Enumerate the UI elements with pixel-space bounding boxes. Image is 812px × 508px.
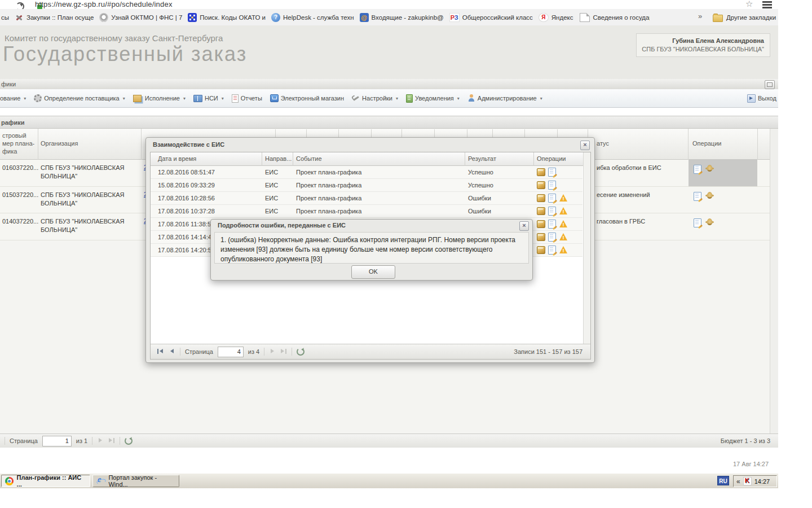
other-bookmarks-button[interactable]: Другие закладки (713, 9, 776, 25)
user-name: Губина Елена Александровна (637, 37, 764, 45)
warning-icon[interactable] (559, 233, 568, 241)
cell-organization: СПБ ГБУЗ "НИКОЛАЕВСКАЯ БОЛЬНИЦА" (41, 191, 138, 208)
menu-item-nsi[interactable]: НСИ▾ (193, 95, 224, 102)
menu-item-supplier-determination[interactable]: Определение поставщика▾ (34, 94, 125, 102)
emblem-icon[interactable] (705, 192, 714, 200)
column-organization[interactable]: Организация (41, 139, 78, 147)
emblem-icon[interactable] (705, 218, 714, 226)
page-label: Страница (10, 437, 38, 444)
close-icon[interactable] (519, 221, 529, 231)
package-icon[interactable] (537, 246, 545, 254)
warning-icon[interactable] (559, 194, 568, 202)
package-icon[interactable] (537, 220, 545, 228)
url-input[interactable]: https://new.gz-spb.ru/#po/schedule/index (35, 0, 173, 8)
cell-event: Проект плана-графика (296, 182, 361, 189)
bookmark-item[interactable]: Поиск. Коды ОКАТО и (188, 13, 266, 22)
prev-page-icon[interactable] (169, 349, 175, 354)
bookmark-star-icon[interactable]: ☆ (745, 0, 753, 9)
menu-item-eshop[interactable]: Электронный магазин (270, 94, 344, 102)
last-page-icon[interactable] (280, 349, 287, 354)
warning-icon[interactable] (559, 246, 568, 254)
next-page-icon[interactable] (97, 438, 104, 444)
column-direction[interactable]: Направ... (265, 155, 292, 162)
browser-menu-icon[interactable] (762, 1, 772, 10)
language-indicator[interactable]: RU (717, 476, 729, 485)
next-page-icon[interactable] (269, 349, 276, 354)
bookmark-item[interactable]: Сведения о государст (579, 13, 650, 22)
exit-button[interactable]: Выход (747, 89, 776, 107)
cell-direction: ЕИС (265, 195, 278, 202)
cell-event: Проект плана-графика (296, 169, 361, 176)
package-icon[interactable] (537, 233, 545, 241)
doc-edit-icon[interactable] (694, 165, 701, 174)
ok-button[interactable]: OK (351, 265, 395, 279)
package-icon[interactable] (537, 194, 545, 202)
warning-icon[interactable] (559, 207, 568, 215)
page-input[interactable] (218, 347, 244, 357)
package-icon[interactable] (537, 207, 545, 215)
bookmark-item[interactable]: Узнай ОКТМО | ФНС | 7 (99, 13, 182, 22)
doc-edit-icon[interactable] (694, 218, 701, 227)
kaspersky-icon[interactable] (743, 477, 752, 485)
package-icon[interactable] (537, 181, 545, 189)
column-operations[interactable]: Операции (537, 155, 566, 162)
grid-icon (188, 13, 197, 22)
bookmark-partial[interactable]: сы (1, 14, 9, 21)
warning-icon[interactable] (559, 220, 568, 228)
menu-item-planning[interactable]: ование▾ (0, 95, 26, 102)
doc-edit-icon[interactable] (548, 194, 556, 203)
bookmark-item[interactable]: Общероссийский класс (449, 13, 533, 22)
bookmark-item[interactable]: HelpDesk - служба техн (271, 13, 354, 22)
first-page-icon[interactable] (157, 349, 164, 354)
column-status[interactable]: атус (597, 139, 609, 147)
taskbar-button-chrome[interactable]: План-графики :: АИС ... (1, 475, 90, 487)
grid-scrollbar[interactable] (770, 129, 778, 433)
modal-scrollbar[interactable] (583, 152, 590, 345)
last-page-icon[interactable] (108, 438, 115, 444)
yandex-icon (539, 13, 549, 22)
tray-chevron-icon[interactable]: « (736, 478, 740, 485)
doc-edit-icon[interactable] (548, 207, 556, 216)
collapse-panel-button[interactable] (765, 80, 775, 89)
eis-row[interactable]: 15.08.2016 09:33:29 ЕИС Проект плана-гра… (151, 179, 582, 192)
menu-item-execution[interactable]: Исполнение▾ (133, 95, 186, 102)
column-regnum[interactable]: стровый мер плана- фика (2, 132, 34, 155)
refresh-icon[interactable] (125, 437, 133, 445)
cell-datetime: 17.08.2016 10:28:56 (158, 195, 215, 202)
emblem-icon[interactable] (705, 165, 714, 173)
doc-edit-icon[interactable] (694, 192, 701, 201)
taskbar-button-ie[interactable]: Портал закупок - Wind... (92, 475, 179, 487)
doc-edit-icon[interactable] (548, 181, 556, 190)
bookmark-item[interactable]: Входящие - zakupkinb@ (360, 13, 444, 22)
eis-row[interactable]: 12.08.2016 08:51:47 ЕИС Проект плана-гра… (151, 166, 582, 179)
page-input[interactable] (42, 436, 72, 446)
menu-item-settings[interactable]: Настройки▾ (352, 94, 398, 102)
bookmark-item[interactable]: Яндекс (539, 13, 573, 22)
top-panel-bar: фики (0, 79, 778, 90)
eis-row[interactable]: 17.08.2016 10:28:56 ЕИС Проект плана-гра… (151, 192, 582, 205)
doc-edit-icon[interactable] (548, 168, 556, 177)
cell-datetime: 17.08.2016 14:14:4 (158, 234, 211, 240)
package-icon[interactable] (537, 168, 545, 176)
bookmarks-overflow-icon[interactable]: » (698, 12, 702, 20)
wrench-icon (352, 94, 360, 102)
column-event[interactable]: Событие (296, 155, 322, 162)
menu-item-reports[interactable]: Отчеты (232, 94, 262, 103)
eis-row[interactable]: 17.08.2016 10:37:28 ЕИС Проект плана-гра… (151, 205, 582, 218)
menu-item-administration[interactable]: Администрирование▾ (467, 94, 542, 102)
doc-edit-icon[interactable] (548, 246, 556, 255)
bookmark-item[interactable]: Закупки :: План осуще (15, 13, 94, 22)
clock[interactable]: 14:27 (754, 478, 770, 485)
cell-operations (694, 218, 714, 227)
doc-edit-icon[interactable] (548, 233, 556, 242)
refresh-icon[interactable] (297, 348, 304, 356)
doc-edit-icon[interactable] (548, 220, 556, 229)
column-operations[interactable]: Операции (692, 139, 721, 147)
column-datetime[interactable]: Дата и время (158, 155, 196, 162)
menu-item-notifications[interactable]: Уведомления▾ (406, 94, 460, 103)
close-icon[interactable] (580, 141, 590, 150)
taskbar: План-графики :: АИС ... Портал закупок -… (0, 473, 778, 488)
cell-organization: СПБ ГБУЗ "НИКОЛАЕВСКАЯ БОЛЬНИЦА" (41, 217, 138, 234)
column-result[interactable]: Результат (468, 155, 496, 162)
cell-direction: ЕИС (265, 208, 278, 214)
